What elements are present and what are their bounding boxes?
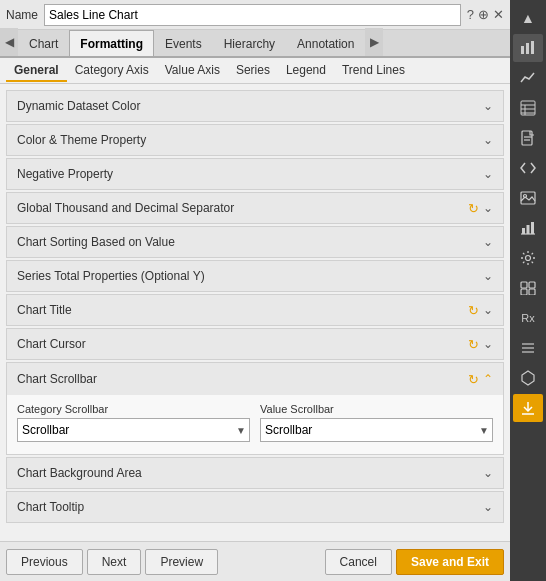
- tab-prev-nav[interactable]: ◀: [0, 28, 18, 56]
- section-series-total[interactable]: Series Total Properties (Optional Y) ⌄: [6, 260, 504, 292]
- section-label: Chart Background Area: [17, 466, 142, 480]
- scrollbar-section-label: Chart Scrollbar: [17, 372, 97, 386]
- section-label: Chart Tooltip: [17, 500, 84, 514]
- sub-tab-category-axis[interactable]: Category Axis: [67, 60, 157, 82]
- sub-tab-bar: General Category Axis Value Axis Series …: [0, 58, 510, 84]
- section-global-separator[interactable]: Global Thousand and Decimal Separator ↻ …: [6, 192, 504, 224]
- sidebar-rx-icon[interactable]: Rx: [513, 304, 543, 332]
- svg-point-17: [526, 256, 531, 261]
- section-dynamic-dataset-color[interactable]: Dynamic Dataset Color ⌄: [6, 90, 504, 122]
- sidebar-chart-column-icon[interactable]: [513, 214, 543, 242]
- section-label: Color & Theme Property: [17, 133, 146, 147]
- chevron-down-icon: ⌃: [483, 372, 493, 386]
- scrollbar-header[interactable]: Chart Scrollbar ↻ ⌃: [7, 363, 503, 395]
- svg-rect-1: [526, 43, 529, 54]
- previous-button[interactable]: Previous: [6, 549, 83, 575]
- svg-rect-18: [521, 282, 527, 288]
- sidebar-stack-icon[interactable]: [513, 334, 543, 362]
- sub-tab-trend-lines[interactable]: Trend Lines: [334, 60, 413, 82]
- right-sidebar: ▲ Rx: [510, 0, 546, 581]
- section-chart-title[interactable]: Chart Title ↻ ⌄: [6, 294, 504, 326]
- chevron-up-icon: ⌄: [483, 201, 493, 215]
- chevron-up-icon: ⌄: [483, 133, 493, 147]
- sub-tab-series[interactable]: Series: [228, 60, 278, 82]
- section-chart-tooltip[interactable]: Chart Tooltip ⌄: [6, 491, 504, 523]
- chevron-up-icon: ⌄: [483, 167, 493, 181]
- chevron-up-icon: ⌄: [483, 235, 493, 249]
- section-chart-cursor[interactable]: Chart Cursor ↻ ⌄: [6, 328, 504, 360]
- chevron-up-icon: ⌄: [483, 303, 493, 317]
- tab-formatting[interactable]: Formatting: [69, 30, 154, 56]
- category-scrollbar-select[interactable]: Scrollbar None Auto: [17, 418, 250, 442]
- section-negative-property[interactable]: Negative Property ⌄: [6, 158, 504, 190]
- value-scrollbar-label: Value Scrollbar: [260, 403, 493, 415]
- save-and-exit-button[interactable]: Save and Exit: [396, 549, 504, 575]
- chevron-up-icon: ⌄: [483, 466, 493, 480]
- chevron-up-icon: ⌄: [483, 500, 493, 514]
- tab-next-nav[interactable]: ▶: [365, 28, 383, 56]
- bottom-bar: Previous Next Preview Cancel Save and Ex…: [0, 541, 510, 581]
- preview-button[interactable]: Preview: [145, 549, 218, 575]
- svg-rect-2: [531, 41, 534, 54]
- sidebar-layers-icon[interactable]: [513, 274, 543, 302]
- tab-events[interactable]: Events: [154, 30, 213, 56]
- category-scrollbar-select-wrapper: Scrollbar None Auto ▼: [17, 418, 250, 442]
- close-icon[interactable]: ✕: [493, 7, 504, 22]
- refresh-icon[interactable]: ↻: [468, 337, 479, 352]
- sidebar-chart-bar-icon[interactable]: [513, 34, 543, 62]
- chevron-up-icon: ⌄: [483, 337, 493, 351]
- section-label: Dynamic Dataset Color: [17, 99, 140, 113]
- tab-hierarchy[interactable]: Hierarchy: [213, 30, 286, 56]
- sub-tab-value-axis[interactable]: Value Axis: [157, 60, 228, 82]
- section-chart-sorting[interactable]: Chart Sorting Based on Value ⌄: [6, 226, 504, 258]
- tab-chart[interactable]: Chart: [18, 30, 69, 56]
- content-area: Dynamic Dataset Color ⌄ Color & Theme Pr…: [0, 84, 510, 541]
- chart-name-input[interactable]: [44, 4, 461, 26]
- category-scrollbar-label: Category Scrollbar: [17, 403, 250, 415]
- sidebar-chart-line-icon[interactable]: [513, 64, 543, 92]
- next-button[interactable]: Next: [87, 549, 142, 575]
- sub-tab-legend[interactable]: Legend: [278, 60, 334, 82]
- refresh-icon[interactable]: ↻: [468, 372, 479, 387]
- svg-rect-21: [529, 289, 535, 295]
- sidebar-settings-icon[interactable]: [513, 244, 543, 272]
- sidebar-layers2-icon[interactable]: [513, 364, 543, 392]
- section-label: Global Thousand and Decimal Separator: [17, 201, 234, 215]
- svg-rect-19: [529, 282, 535, 288]
- sidebar-image-icon[interactable]: [513, 184, 543, 212]
- tab-bar: ◀ Chart Formatting Events Hierarchy Anno…: [0, 30, 510, 58]
- section-chart-background[interactable]: Chart Background Area ⌄: [6, 457, 504, 489]
- svg-marker-25: [522, 371, 534, 385]
- sub-tab-general[interactable]: General: [6, 60, 67, 82]
- value-scrollbar-select-wrapper: Scrollbar None Auto ▼: [260, 418, 493, 442]
- cancel-button[interactable]: Cancel: [325, 549, 392, 575]
- help-icon[interactable]: ?: [467, 7, 474, 22]
- svg-rect-16: [531, 222, 534, 234]
- sidebar-up-arrow-icon[interactable]: ▲: [513, 4, 543, 32]
- tab-annotation[interactable]: Annotation: [286, 30, 365, 56]
- section-label: Chart Title: [17, 303, 72, 317]
- section-label: Series Total Properties (Optional Y): [17, 269, 205, 283]
- sidebar-code-icon[interactable]: [513, 154, 543, 182]
- scrollbar-section: Chart Scrollbar ↻ ⌃ Category Scrollbar S…: [6, 362, 504, 455]
- scrollbar-body: Category Scrollbar Scrollbar None Auto ▼: [7, 395, 503, 454]
- sidebar-download-icon[interactable]: [513, 394, 543, 422]
- move-icon[interactable]: ⊕: [478, 7, 489, 22]
- svg-rect-20: [521, 289, 527, 295]
- svg-rect-15: [527, 225, 530, 234]
- svg-rect-0: [521, 46, 524, 54]
- section-color-theme[interactable]: Color & Theme Property ⌄: [6, 124, 504, 156]
- refresh-icon[interactable]: ↻: [468, 303, 479, 318]
- chevron-up-icon: ⌄: [483, 269, 493, 283]
- chevron-up-icon: ⌄: [483, 99, 493, 113]
- svg-rect-14: [522, 228, 525, 234]
- title-bar: Name ? ⊕ ✕: [0, 0, 510, 30]
- section-label: Chart Sorting Based on Value: [17, 235, 175, 249]
- section-label: Chart Cursor: [17, 337, 86, 351]
- name-label: Name: [6, 8, 38, 22]
- refresh-icon[interactable]: ↻: [468, 201, 479, 216]
- sidebar-document-icon[interactable]: [513, 124, 543, 152]
- sidebar-table-icon[interactable]: [513, 94, 543, 122]
- value-scrollbar-select[interactable]: Scrollbar None Auto: [260, 418, 493, 442]
- section-label: Negative Property: [17, 167, 113, 181]
